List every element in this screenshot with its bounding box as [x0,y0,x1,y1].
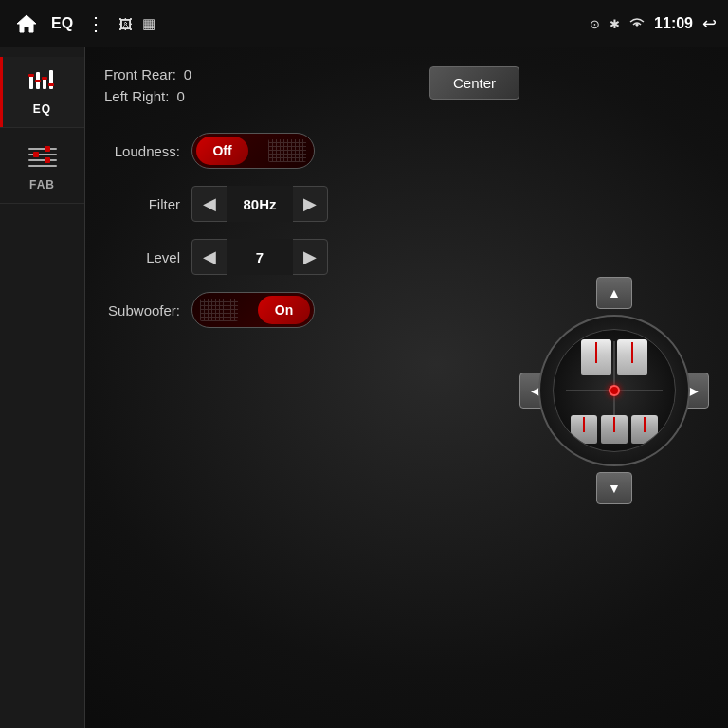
svg-marker-0 [17,15,36,32]
svg-rect-7 [42,77,47,80]
front-seats [581,339,647,375]
clock: 11:09 [654,15,693,32]
left-right-value: 0 [176,88,184,104]
back-button[interactable]: ↩ [702,13,717,34]
dots-menu[interactable]: ⋮ [82,12,109,35]
content-panel: Front Rear: 0 Left Right: 0 Center Loudn… [85,47,728,728]
svg-rect-6 [35,80,41,82]
status-bar-right: ⊙ ✱ 11:09 ↩ [590,13,717,34]
rear-seats [571,415,658,444]
front-rear-label: Front Rear: [104,66,176,82]
sidebar-item-fab[interactable]: FAB [0,132,84,204]
eq-label: EQ [33,102,51,116]
level-decrement[interactable]: ◀ [192,239,227,275]
loudness-label: Loudness: [104,143,180,159]
status-bar: EQ ⋮ 🖼 ▦ ⊙ ✱ 11:09 ↩ [0,0,728,47]
front-rear-value: 0 [184,66,191,82]
subwoofer-toggle[interactable]: On [191,292,315,328]
svg-rect-1 [29,76,33,89]
sd-icon: ▦ [142,15,155,32]
svg-rect-15 [45,157,50,163]
app-label: EQ [51,15,73,32]
svg-rect-5 [28,74,34,77]
location-icon: ⊙ [590,17,600,31]
eq-icon [27,68,58,99]
fab-label: FAB [29,178,55,191]
left-right-label: Left Right: [104,88,169,104]
subwoofer-label: Subwoofer: [104,302,180,318]
level-label: Level [104,249,180,265]
level-increment[interactable]: ▶ [293,239,327,275]
subwoofer-knob: On [258,296,310,324]
main-content: EQ FAB Front Rear: 0 [0,47,728,728]
sidebar-item-eq[interactable]: EQ [0,57,84,128]
level-spinner: ◀ 7 ▶ [191,239,328,275]
speaker-inner [553,329,676,452]
arrow-up-button[interactable]: ▲ [596,277,632,309]
center-button[interactable]: Center [429,66,519,100]
subwoofer-state: On [275,302,293,318]
loudness-knob: Off [196,136,248,165]
svg-rect-8 [48,83,54,86]
svg-rect-13 [45,146,50,152]
level-value: 7 [227,239,293,275]
loudness-toggle[interactable]: Off [191,133,315,169]
center-dot [609,385,620,396]
fab-icon [27,143,58,174]
filter-increment[interactable]: ▶ [293,186,327,222]
bluetooth-icon: ✱ [610,17,620,31]
svg-rect-3 [43,79,46,89]
speaker-circle [538,315,690,466]
home-button[interactable] [11,9,42,39]
arrow-down-button[interactable]: ▼ [596,472,632,504]
speaker-diagram: ▲ ▼ ◀ ▶ [519,62,709,719]
image-icon: 🖼 [118,16,133,32]
sidebar: EQ FAB [0,47,85,728]
filter-spinner: ◀ 80Hz ▶ [191,186,328,222]
filter-decrement[interactable]: ◀ [192,186,227,222]
status-bar-left: EQ ⋮ 🖼 ▦ [11,9,590,39]
filter-value: 80Hz [227,186,293,222]
loudness-state: Off [212,143,231,158]
wifi-icon [629,17,645,31]
svg-rect-14 [33,152,39,157]
filter-label: Filter [104,196,180,212]
